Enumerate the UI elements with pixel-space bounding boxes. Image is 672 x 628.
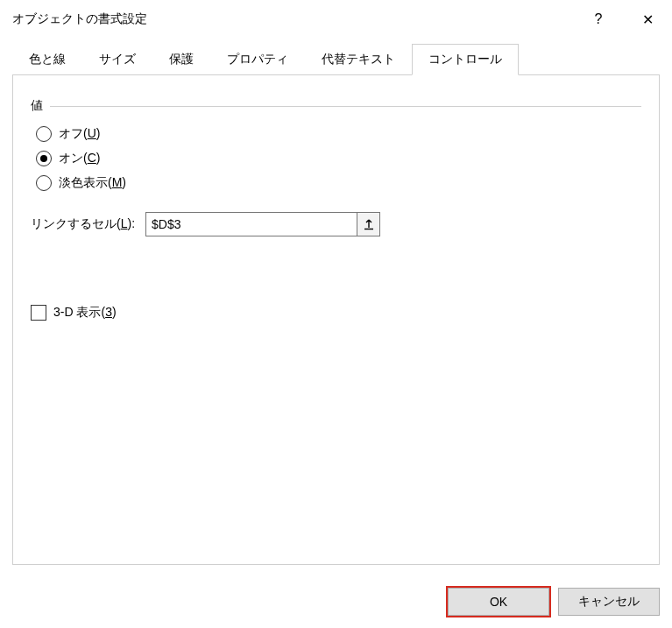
help-button[interactable]: ? [574,0,623,39]
radio-icon [36,126,52,142]
tab-size[interactable]: サイズ [82,44,152,75]
cancel-button[interactable]: キャンセル [558,588,660,616]
group-title: 値 [31,98,50,114]
radio-off[interactable]: オフ(U) [36,126,641,142]
ok-button[interactable]: OK [448,588,549,616]
button-label: OK [490,595,507,609]
button-label: キャンセル [578,594,640,608]
checkbox-icon [31,305,46,321]
cell-reference-input-wrap [145,212,380,236]
dialog-footer: OK キャンセル [448,588,660,616]
radio-mixed[interactable]: 淡色表示(M) [36,175,641,191]
tab-color-lines[interactable]: 色と線 [12,44,82,75]
radio-label: 淡色表示(M) [59,175,126,191]
tab-label: コントロール [428,52,502,66]
radio-icon [36,175,52,191]
titlebar: オブジェクトの書式設定 ? ✕ [0,0,672,39]
tab-protection[interactable]: 保護 [152,44,210,75]
radio-label: オフ(U) [59,126,100,142]
tab-alt-text[interactable]: 代替テキスト [305,44,412,75]
cell-reference-input[interactable] [146,213,357,236]
radio-label: オン(C) [59,151,100,166]
tab-strip: 色と線 サイズ 保護 プロパティ 代替テキスト コントロール [12,44,660,75]
tab-properties[interactable]: プロパティ [210,44,305,75]
radio-on[interactable]: オン(C) [36,151,641,166]
close-button[interactable]: ✕ [623,0,672,39]
tab-control[interactable]: コントロール [412,44,519,75]
close-icon: ✕ [642,11,654,28]
tab-label: プロパティ [227,52,288,66]
collapse-dialog-icon [364,218,374,230]
link-cell-row: リンクするセル(L): [31,212,641,236]
link-cell-label: リンクするセル(L): [31,216,135,232]
tab-label: 保護 [169,52,194,66]
radio-icon [36,151,52,166]
tab-label: 色と線 [29,52,66,66]
checkbox-3d-shading[interactable]: 3-D 表示(3) [31,305,641,321]
tab-label: サイズ [99,52,136,66]
value-group: 値 オフ(U) オン(C) 淡色表示(M) [20,98,641,191]
dialog-title: オブジェクトの書式設定 [12,11,574,27]
group-header: 値 [20,98,641,114]
collapse-dialog-button[interactable] [357,213,379,236]
tab-panel-control: 値 オフ(U) オン(C) 淡色表示(M) リンクするセル(L): [12,74,660,565]
tab-label: 代替テキスト [322,52,395,66]
help-icon: ? [595,11,603,27]
checkbox-label: 3-D 表示(3) [53,305,117,321]
group-divider [50,106,641,107]
